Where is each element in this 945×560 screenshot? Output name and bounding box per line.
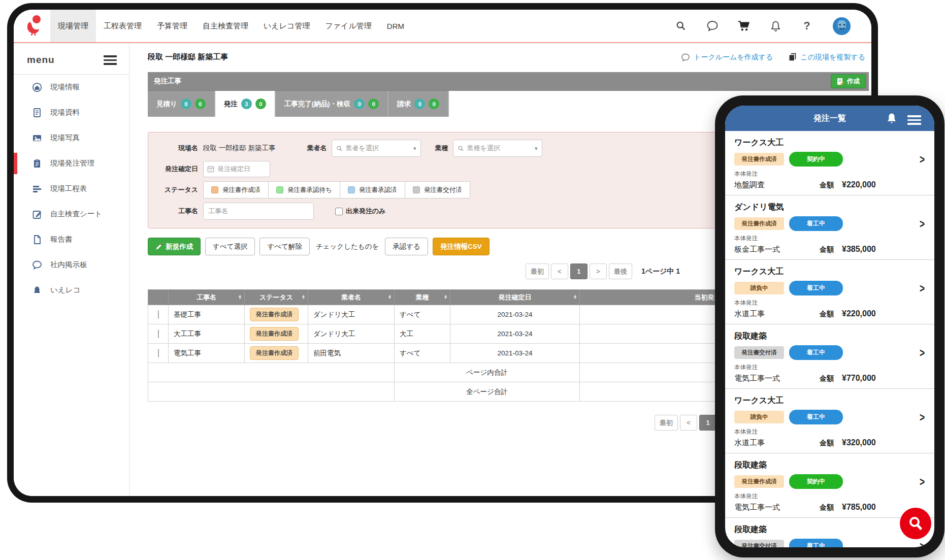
help-icon[interactable]: ? [801, 20, 813, 32]
order-card[interactable]: ワークス大工 請負中着工中 本体発注 水道工事金額¥220,000 > [725, 260, 934, 324]
select-all-button[interactable]: すべて選択 [205, 238, 255, 255]
chevron-right-icon[interactable]: > [920, 410, 925, 424]
header-trade[interactable]: 業種▴▾ [395, 290, 450, 305]
chevron-right-icon[interactable]: > [920, 346, 925, 360]
sort-icon[interactable]: ▴▾ [239, 295, 241, 300]
order-card[interactable]: ワークス大工 発注書作成済契約中 本体発注 地盤調査金額¥220,000 > [725, 131, 934, 195]
page-prev-button[interactable]: < [680, 415, 697, 431]
trade-select[interactable]: 業種を選択 ▾ [453, 140, 542, 157]
card-stage-badge: 着工中 [789, 216, 843, 231]
all-pages-total-label: 全ページ合計 [395, 382, 580, 402]
header-status[interactable]: ステータス▴▾ [245, 290, 308, 305]
sidebar-item-site-info[interactable]: 現場情報 [14, 75, 129, 100]
page-first-button[interactable]: 最初 [655, 415, 678, 431]
nav-drm[interactable]: DRM [379, 10, 412, 42]
work-name-input[interactable]: 工事名 [203, 203, 314, 220]
sort-icon[interactable]: ▴▾ [574, 295, 576, 300]
gantt-bars-icon [32, 184, 42, 194]
sort-icon[interactable]: ▴▾ [444, 295, 446, 300]
nav-yosan-kanri[interactable]: 予算管理 [149, 10, 195, 42]
header-order-date[interactable]: 発注確定日▴▾ [450, 290, 580, 305]
sort-icon[interactable]: ▴▾ [388, 295, 390, 300]
sidebar-item-label: 社内掲示板 [50, 260, 87, 270]
status-option-delivered[interactable]: 発注書交付済 [405, 181, 470, 199]
card-amount-label: 金額 [820, 503, 834, 512]
row-checkbox[interactable] [158, 330, 159, 338]
chevron-right-icon[interactable]: > [920, 539, 925, 547]
sidebar-item-company-board[interactable]: 社内掲示板 [14, 252, 129, 278]
card-amount-label: 金額 [820, 439, 834, 448]
sidebar-item-self-inspection-sheet[interactable]: 自主検査シート [14, 202, 129, 227]
order-csv-button[interactable]: 発注情報CSV [433, 238, 490, 255]
page-last-button[interactable]: 最後 [609, 263, 632, 279]
nav-jishu-kensa[interactable]: 自主検査管理 [195, 10, 256, 42]
card-stage-badge: 契約中 [789, 474, 843, 489]
header-vendor[interactable]: 業者名▴▾ [308, 290, 395, 305]
nav-iereco-kanri[interactable]: いえレコ管理 [256, 10, 317, 42]
order-card[interactable]: 段取建築 発注書交付済着工中 本体発注 電気工事一式金額¥770,000 > [725, 324, 934, 389]
deki-hacchu-only-checkbox[interactable]: 出来発注のみ [335, 207, 386, 216]
page-next-button[interactable]: > [590, 263, 607, 279]
sidebar-item-site-photos[interactable]: 現場写真 [14, 125, 129, 151]
vendor-select[interactable]: 業者を選択 ▾ [332, 140, 421, 157]
sidebar-item-label: 現場工程表 [50, 184, 87, 193]
nav-genba-kanri[interactable]: 現場管理 [50, 10, 96, 42]
tab-hacchu[interactable]: 発注 3 0 [215, 91, 276, 117]
sidebar-item-site-docs[interactable]: 現場資料 [14, 100, 129, 125]
order-card[interactable]: 段取建築 発注書作成済契約中 本体発注 電気工事一式金額¥785,000 > [725, 453, 934, 518]
row-checkbox[interactable] [158, 349, 159, 357]
chevron-right-icon[interactable]: > [920, 152, 925, 167]
card-amount: ¥385,000 [842, 245, 899, 254]
sidebar-collapse-icon[interactable] [104, 53, 117, 67]
approve-button[interactable]: 承認する [385, 238, 428, 255]
phone-menu-icon[interactable] [907, 113, 921, 127]
chevron-right-icon[interactable]: > [920, 217, 925, 231]
bell-icon[interactable] [769, 20, 781, 32]
search-icon[interactable] [675, 20, 687, 32]
sort-icon[interactable]: ▴▾ [302, 295, 304, 300]
tab-seikyuu[interactable]: 請求 0 0 [388, 91, 449, 117]
chevron-right-icon[interactable]: > [920, 475, 925, 489]
copy-icon [788, 53, 797, 61]
new-create-button[interactable]: 新規作成 [148, 238, 201, 255]
status-option-approved[interactable]: 発注書承認済 [340, 181, 405, 199]
status-option-awaiting-approval[interactable]: 発注書承認待ち [268, 181, 340, 199]
order-card[interactable]: ダンドリ電気 発注書作成済着工中 本体発注 板金工事一式金額¥385,000 > [725, 195, 934, 260]
avatar[interactable] [832, 17, 851, 36]
tab-kouji-kanryou[interactable]: 工事完了(納品)・検収 0 0 [276, 91, 389, 117]
card-order-type: 本体発注 [734, 364, 927, 371]
page-number-button[interactable]: 1 [570, 263, 588, 279]
checked-items-text: チェックしたものを [316, 242, 379, 251]
phone-search-fab[interactable] [900, 508, 931, 539]
clear-all-button[interactable]: すべて解除 [259, 238, 309, 255]
create-talkroom-link[interactable]: トークルームを作成する [681, 53, 773, 62]
page-prev-button[interactable]: < [551, 263, 568, 279]
search-icon [336, 145, 343, 152]
row-checkbox[interactable] [158, 310, 159, 319]
create-button[interactable]: 作成 [831, 74, 866, 88]
cart-icon[interactable] [738, 20, 750, 32]
order-date-input[interactable]: 発注確定日 [203, 161, 270, 177]
phone-mockup: 発注一覧 ワークス大工 発注書作成済契約中 本体発注 地盤調査金額¥220,00… [715, 95, 944, 557]
page-first-button[interactable]: 最初 [526, 263, 549, 279]
chevron-right-icon[interactable]: > [920, 281, 925, 295]
screenshot-canvas: 現場管理 工程表管理 予算管理 自主検査管理 いえレコ管理 ファイル管理 DRM [0, 0, 945, 560]
order-card[interactable]: ワークス大工 請負中着工中 本体発注 水道工事金額¥320,000 > [725, 389, 934, 453]
status-option-created[interactable]: 発注書作成済 [203, 181, 269, 199]
sidebar-item-iereco[interactable]: いえレコ [14, 278, 129, 303]
sidebar-item-site-order-management[interactable]: 現場発注管理 [14, 151, 129, 176]
header-checkbox-cell [148, 290, 169, 305]
tab-mitsumori[interactable]: 見積り 0 0 [148, 91, 215, 117]
header-work-name[interactable]: 工事名▴▾ [169, 290, 245, 305]
page-number-button[interactable]: 1 [699, 415, 716, 431]
sidebar: menu 現場情報 現場資料 現場写真 [14, 43, 129, 496]
nav-koutei-kanri[interactable]: 工程表管理 [96, 10, 149, 42]
phone-bell-icon[interactable] [886, 112, 898, 126]
sidebar-item-report[interactable]: 報告書 [14, 227, 129, 252]
chat-icon[interactable] [706, 20, 719, 32]
page-subtotal-label: ページ内合計 [395, 363, 580, 382]
nav-file-kanri[interactable]: ファイル管理 [317, 10, 379, 42]
card-order-type: 本体発注 [734, 170, 927, 178]
duplicate-site-link[interactable]: この現場を複製する [788, 53, 865, 62]
sidebar-item-site-schedule[interactable]: 現場工程表 [14, 176, 129, 202]
